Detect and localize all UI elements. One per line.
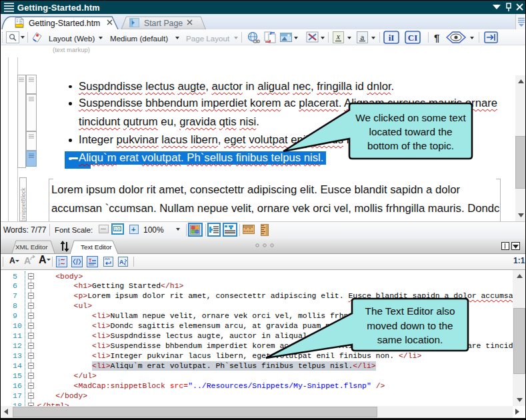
svg-text:iI: iI (389, 33, 395, 43)
svg-text:A: A (119, 259, 124, 265)
svg-text:CI: CI (408, 33, 417, 43)
svg-text:T: T (89, 258, 92, 263)
svg-text:x: x (336, 32, 341, 41)
svg-text:2: 2 (58, 262, 60, 265)
svg-text:a: a (361, 32, 365, 42)
